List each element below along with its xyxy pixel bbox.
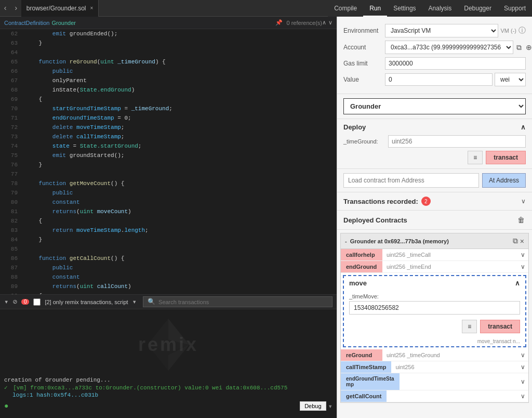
- account-label: Account: [343, 44, 385, 51]
- debug-dropdown-icon[interactable]: ▾: [328, 402, 332, 411]
- remix-tx-checkbox[interactable]: [33, 298, 41, 306]
- search-input[interactable]: [158, 299, 328, 305]
- debug-success-icon: ●: [4, 402, 8, 410]
- chevron-up-icon[interactable]: ∧: [322, 19, 326, 26]
- gas-limit-row: Gas limit: [343, 57, 526, 70]
- move-chevron-up-icon[interactable]: ∧: [515, 279, 520, 287]
- tab-close-icon[interactable]: ×: [90, 5, 94, 11]
- environment-select[interactable]: JavaScript VM: [385, 24, 498, 37]
- move-section: move ∧ _timeMove: ≡ transact move_transa…: [343, 275, 526, 347]
- grounder-copy-button[interactable]: ⧉: [513, 237, 518, 245]
- console-pane: remix creation of Grounder pending... ✓ …: [0, 309, 337, 418]
- environment-section: Environment JavaScript VM VM (-) ⓘ Accou…: [337, 17, 532, 94]
- menu-debugger[interactable]: Debugger: [458, 0, 498, 17]
- deploy-label: Deploy: [343, 123, 366, 131]
- next-arrow[interactable]: ›: [10, 4, 21, 12]
- move-actions: ≡ transact: [344, 318, 525, 337]
- account-row: Account 0xca3...a733c (99.99999999999927…: [343, 41, 526, 54]
- menu-compile[interactable]: Compile: [328, 0, 363, 17]
- line-number: 68: [3, 85, 18, 95]
- account-download-button[interactable]: ⊕: [525, 42, 532, 53]
- gas-limit-control: [385, 57, 526, 70]
- code-area[interactable]: emit groundEnded(); } function reGround(…: [21, 29, 337, 294]
- line-number: 76: [3, 160, 18, 169]
- line-number: 70: [3, 104, 18, 113]
- code-line: delete moveTimeStamp;: [25, 123, 332, 132]
- calltimestamp-button[interactable]: callTimeStamp: [341, 361, 391, 373]
- deploy-transact-button[interactable]: transact: [486, 151, 526, 164]
- code-line: }: [25, 160, 332, 169]
- reground-button[interactable]: reGround: [341, 349, 382, 361]
- move-input-group: _timeMove:: [344, 290, 525, 318]
- getcallcount-param: [387, 394, 517, 398]
- endground-button[interactable]: endGround: [341, 261, 382, 272]
- menu-support[interactable]: Support: [498, 0, 532, 17]
- pin-icon[interactable]: 📌: [275, 19, 283, 26]
- value-row: Value wei: [343, 73, 526, 86]
- code-line: onlyParent: [25, 76, 332, 85]
- dropdown-arrow-icon[interactable]: ▾: [132, 297, 137, 306]
- func-row-calltimestamp[interactable]: callTimeStamp uint256 ∨: [341, 361, 528, 373]
- account-select[interactable]: 0xca3...a733c (99.99999999999927356: [385, 41, 513, 54]
- deploy-copy-button[interactable]: ≡: [468, 151, 483, 164]
- deploy-section: Deploy ∧ _timeGround: ≡ transact: [337, 119, 532, 169]
- move-copy-button[interactable]: ≡: [462, 320, 477, 333]
- func-row-endgroundtimestamp[interactable]: endGroundTimeStamp ∨: [341, 373, 528, 390]
- menu-run[interactable]: Run: [363, 0, 387, 17]
- move-transact-button[interactable]: transact: [480, 320, 520, 333]
- code-line: endGroundTimeStamp = 0;: [25, 113, 332, 123]
- grounder-icons: ⧉ ×: [513, 237, 524, 245]
- getcallcount-button[interactable]: getCallCount: [341, 390, 387, 402]
- endgroundtimestamp-param: [400, 380, 517, 384]
- code-editor: 6263646566676869707172737475767778798081…: [0, 29, 337, 294]
- prev-arrow[interactable]: ‹: [0, 4, 10, 12]
- stop-icon[interactable]: ⊘: [12, 297, 17, 306]
- code-line: returns(uint moveCount): [25, 207, 332, 216]
- func-row-callforhelp[interactable]: callforhelp uint256 _timeCall ∨: [341, 249, 528, 261]
- code-line: }: [25, 38, 332, 48]
- value-unit-select[interactable]: wei: [495, 73, 526, 86]
- account-copy-button[interactable]: ⧉: [515, 42, 523, 53]
- line-number: 62: [3, 29, 18, 38]
- endgroundtimestamp-button[interactable]: endGroundTimeStamp: [341, 373, 400, 390]
- line-number: 77: [3, 169, 18, 179]
- line-number: 63: [3, 38, 18, 48]
- at-address-button[interactable]: At Address: [482, 173, 526, 188]
- code-line: function reGround(uint _timeGround) {: [25, 57, 332, 67]
- editor-tab[interactable]: browser/Grounder.sol ×: [21, 0, 99, 17]
- func-row-getcallcount[interactable]: getCallCount ∨: [341, 390, 528, 402]
- line-number: 82: [3, 216, 18, 226]
- deployed-contracts-header: Deployed Contracts 🗑: [337, 211, 532, 230]
- grounder-close-button[interactable]: ×: [520, 237, 524, 245]
- deploy-param-input[interactable]: [388, 135, 526, 148]
- line-number: 87: [3, 263, 18, 272]
- code-line: [25, 48, 332, 57]
- menu-analysis[interactable]: Analysis: [422, 0, 458, 17]
- endgroundtimestamp-chevron-icon: ∨: [517, 376, 528, 387]
- code-line: constant: [25, 198, 332, 207]
- environment-control: JavaScript VM VM (-) ⓘ: [385, 24, 526, 37]
- menu-settings[interactable]: Settings: [387, 0, 422, 17]
- debug-button[interactable]: Debug: [300, 401, 326, 411]
- console-line-3: logs:1 hash:0x5f4...c031b: [4, 392, 332, 398]
- gas-limit-input[interactable]: [385, 57, 526, 70]
- reground-chevron-icon: ∨: [517, 349, 528, 361]
- collapse-icon[interactable]: ▾: [4, 297, 8, 306]
- code-line: }: [25, 235, 332, 244]
- value-amount-input[interactable]: [385, 73, 493, 86]
- line-number: 73: [3, 132, 18, 141]
- func-row-endground[interactable]: endGround uint256 _timeEnd ∨: [341, 261, 528, 273]
- deploy-header[interactable]: Deploy ∧: [343, 123, 526, 131]
- grounder-collapse-icon[interactable]: -: [345, 238, 347, 244]
- deployed-contracts-delete-button[interactable]: 🗑: [516, 215, 526, 225]
- transactions-row[interactable]: Transactions recorded: 2 ∨: [337, 192, 532, 211]
- move-input[interactable]: [349, 301, 520, 315]
- chevron-down-icon[interactable]: ∨: [328, 19, 332, 26]
- code-line: {: [25, 95, 332, 104]
- load-contract-input[interactable]: [343, 173, 479, 188]
- contract-select[interactable]: Grounder: [343, 98, 526, 114]
- account-control: 0xca3...a733c (99.99999999999927356 ⧉ ⊕: [385, 41, 532, 54]
- callforhelp-button[interactable]: callforhelp: [341, 249, 382, 260]
- func-row-reground[interactable]: reGround uint256 _timeGround ∨: [341, 349, 528, 361]
- deploy-param-label: _timeGround:: [343, 138, 385, 145]
